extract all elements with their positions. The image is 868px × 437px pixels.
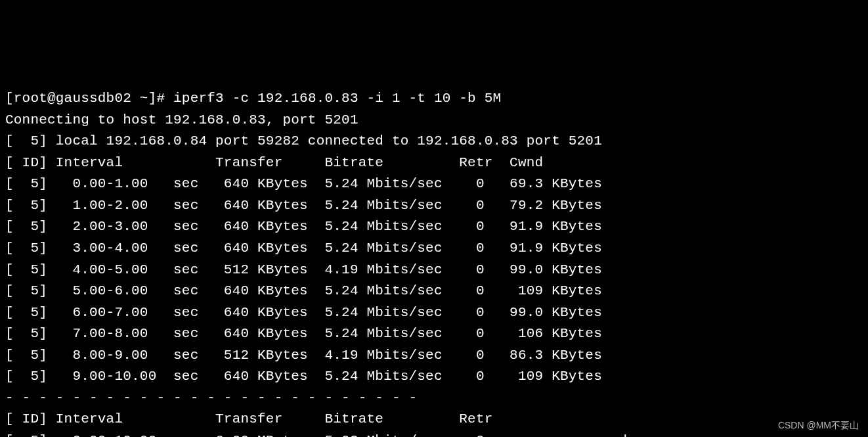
- interval-row: [ 5] 6.00-7.00 sec 640 KBytes 5.24 Mbits…: [5, 305, 602, 320]
- interval-row: [ 5] 1.00-2.00 sec 640 KBytes 5.24 Mbits…: [5, 198, 602, 213]
- interval-row: [ 5] 2.00-3.00 sec 640 KBytes 5.24 Mbits…: [5, 219, 602, 234]
- interval-row: [ 5] 4.00-5.00 sec 512 KBytes 4.19 Mbits…: [5, 262, 602, 277]
- interval-header: [ ID] Interval Transfer Bitrate Retr Cwn…: [5, 155, 543, 170]
- connecting-line: Connecting to host 192.168.0.83, port 52…: [5, 112, 358, 127]
- summary-divider: - - - - - - - - - - - - - - - - - - - - …: [5, 390, 417, 405]
- watermark-text: CSDN @MM不要山: [778, 419, 859, 433]
- interval-row: [ 5] 9.00-10.00 sec 640 KBytes 5.24 Mbit…: [5, 369, 602, 384]
- interval-row: [ 5] 5.00-6.00 sec 640 KBytes 5.24 Mbits…: [5, 283, 602, 298]
- interval-row: [ 5] 7.00-8.00 sec 640 KBytes 5.24 Mbits…: [5, 326, 602, 341]
- shell-prompt: [root@gaussdb02 ~]#: [5, 91, 173, 106]
- summary-row: [ 5] 0.00-10.00 sec 6.00 MBytes 5.03 Mbi…: [5, 433, 644, 437]
- local-connection-line: [ 5] local 192.168.0.84 port 59282 conne…: [5, 133, 602, 149]
- interval-row: [ 5] 0.00-1.00 sec 640 KBytes 5.24 Mbits…: [5, 176, 602, 191]
- command-text: iperf3 -c 192.168.0.83 -i 1 -t 10 -b 5M: [173, 91, 501, 106]
- interval-row: [ 5] 3.00-4.00 sec 640 KBytes 5.24 Mbits…: [5, 241, 602, 256]
- summary-header: [ ID] Interval Transfer Bitrate Retr: [5, 411, 493, 426]
- interval-row: [ 5] 8.00-9.00 sec 512 KBytes 4.19 Mbits…: [5, 348, 602, 363]
- terminal-output[interactable]: [root@gaussdb02 ~]# iperf3 -c 192.168.0.…: [5, 88, 863, 437]
